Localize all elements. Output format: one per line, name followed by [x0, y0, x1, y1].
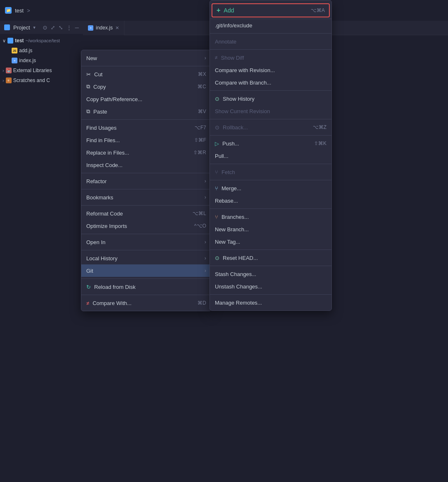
menu-item-push[interactable]: ▷ Push... ⇧⌘K	[210, 137, 331, 150]
find-usages-label: Find Usages	[86, 125, 117, 131]
tree-item-external-libs[interactable]: › 📚 External Libraries	[0, 65, 83, 75]
menu-item-new[interactable]: New ›	[81, 52, 211, 64]
optimize-label: Optimize Imports	[86, 223, 127, 229]
push-icon: ▷	[215, 140, 219, 147]
copy-path-label: Copy Path/Reference...	[86, 96, 142, 102]
git-divider-5	[210, 135, 331, 136]
project-panel-header: Project ▾ ⊙ ⤢ ⤡ ⋮ ─	[0, 21, 83, 34]
reset-icon: ⊙	[215, 255, 219, 261]
refactor-arrow: ›	[205, 178, 206, 184]
push-shortcut: ⇧⌘K	[314, 140, 326, 146]
menu-item-manage-remotes[interactable]: Manage Remotes...	[210, 296, 331, 309]
git-submenu: + Add ⌥⌘A .git/info/exclude Annotate ≠ S…	[209, 0, 332, 311]
rollback-icon: ⊙	[215, 124, 219, 131]
menu-item-refactor[interactable]: Refactor ›	[81, 175, 211, 187]
menu-item-copy-path[interactable]: Copy Path/Reference...	[81, 93, 211, 105]
find-usages-shortcut: ⌥F7	[195, 125, 206, 131]
menu-item-gitinfo[interactable]: .git/info/exclude	[210, 19, 331, 31]
menu-item-stash[interactable]: Stash Changes...	[210, 268, 331, 280]
reload-icon: ↻	[86, 284, 91, 290]
menu-item-reset-head[interactable]: ⊙ Reset HEAD...	[210, 252, 331, 264]
menu-item-paste[interactable]: ⧉ Paste ⌘V	[81, 105, 211, 118]
menu-item-copy[interactable]: ⧉ Copy ⌘C	[81, 80, 211, 93]
expand-icon[interactable]: ⤢	[51, 24, 55, 31]
menu-item-reformat[interactable]: Reformat Code ⌥⌘L	[81, 207, 211, 220]
folder-icon	[7, 38, 13, 44]
menu-item-add[interactable]: + Add ⌥⌘A	[212, 3, 330, 17]
tab-label: index.js	[96, 25, 113, 31]
menu-item-merge[interactable]: ⑂ Merge...	[210, 182, 331, 194]
unstash-label: Unstash Changes...	[215, 283, 262, 290]
compare-revision-label: Compare with Revision...	[215, 67, 275, 73]
stash-label: Stash Changes...	[215, 271, 256, 277]
menu-item-inspect[interactable]: Inspect Code...	[81, 159, 211, 171]
menu-item-find-usages[interactable]: Find Usages ⌥F7	[81, 121, 211, 134]
tab-close-icon[interactable]: ✕	[115, 25, 119, 31]
menu-item-compare-branch[interactable]: Compare with Branch...	[210, 76, 331, 89]
more-icon[interactable]: ⋮	[66, 24, 72, 31]
menu-item-git[interactable]: Git ›	[81, 264, 211, 277]
menu-item-cut[interactable]: ✂ Cut ⌘X	[81, 68, 211, 80]
menu-item-compare-revision[interactable]: Compare with Revision...	[210, 64, 331, 76]
git-divider-7	[210, 180, 331, 180]
git-arrow: ›	[205, 268, 206, 274]
menu-item-show-history[interactable]: ⊙ Show History	[210, 92, 331, 105]
lib-icon: 📚	[6, 68, 12, 73]
menu-item-rebase[interactable]: Rebase...	[210, 194, 331, 207]
menu-item-pull[interactable]: Pull...	[210, 150, 331, 162]
sidebar-panel: ∨ test ~/workspace/test JS add.js ≡ inde…	[0, 34, 83, 482]
copy-icon: ⧉	[86, 83, 90, 90]
menu-item-branches[interactable]: ⑂ Branches...	[210, 211, 331, 223]
menu-item-new-branch[interactable]: New Branch...	[210, 223, 331, 235]
refactor-label: Refactor	[86, 178, 107, 184]
project-name[interactable]: test	[15, 7, 24, 14]
tab-index-js[interactable]: ≡ index.js ✕	[83, 21, 124, 35]
git-divider-1	[210, 33, 331, 34]
menu-item-local-history[interactable]: Local History ›	[81, 252, 211, 264]
tree-item-add-js[interactable]: JS add.js	[0, 46, 83, 56]
menu-item-optimize[interactable]: Optimize Imports ^⌥O	[81, 220, 211, 232]
scratches-label: Scratches and C	[13, 78, 50, 83]
cut-shortcut: ⌘X	[198, 71, 206, 77]
new-arrow: ›	[205, 55, 206, 61]
divider-1	[81, 66, 211, 66]
dropdown-arrow[interactable]: ▾	[33, 25, 36, 30]
merge-label: Merge...	[222, 185, 241, 191]
git-divider-11	[210, 294, 331, 295]
bookmarks-label: Bookmarks	[86, 194, 113, 201]
add-plus-icon: +	[217, 7, 220, 14]
target-icon[interactable]: ⊙	[43, 24, 47, 31]
menu-item-find-files[interactable]: Find in Files... ⇧⌘F	[81, 134, 211, 146]
tree-item-index-js[interactable]: ≡ index.js	[0, 56, 83, 65]
tree-root[interactable]: ∨ test ~/workspace/test	[0, 36, 83, 46]
reset-head-label: Reset HEAD...	[223, 255, 258, 261]
inspect-label: Inspect Code...	[86, 162, 122, 168]
menu-item-new-tag[interactable]: New Tag...	[210, 235, 331, 248]
divider-3	[81, 173, 211, 173]
menu-item-unstash[interactable]: Unstash Changes...	[210, 280, 331, 293]
menu-item-show-current-revision: Show Current Revision	[210, 105, 331, 117]
tree-item-scratches[interactable]: › ≡ Scratches and C	[0, 75, 83, 85]
gitinfo-label: .git/info/exclude	[215, 22, 252, 29]
project-panel-title[interactable]: Project	[13, 24, 30, 31]
local-history-arrow: ›	[205, 255, 206, 261]
show-diff-label: Show Diff	[221, 55, 244, 61]
collapse-icon[interactable]: ⤡	[58, 24, 63, 31]
menu-item-fetch: ⑂ Fetch	[210, 166, 331, 178]
menu-item-replace-files[interactable]: Replace in Files... ⇧⌘R	[81, 146, 211, 159]
menu-item-open-in[interactable]: Open In ›	[81, 236, 211, 248]
optimize-shortcut: ^⌥O	[194, 223, 206, 229]
copy-label: Copy	[93, 84, 106, 90]
divider-5	[81, 205, 211, 206]
minimize-icon[interactable]: ─	[75, 24, 79, 31]
fetch-icon: ⑂	[215, 169, 218, 175]
menu-item-compare-with[interactable]: ≠ Compare With... ⌘D	[81, 297, 211, 309]
reload-label: Reload from Disk	[94, 284, 136, 290]
menu-item-bookmarks[interactable]: Bookmarks ›	[81, 191, 211, 203]
bookmarks-arrow: ›	[205, 194, 206, 200]
annotate-label: Annotate	[215, 39, 236, 45]
divider-9	[81, 295, 211, 295]
divider-4	[81, 189, 211, 189]
menu-item-reload[interactable]: ↻ Reload from Disk	[81, 281, 211, 293]
file-label-index-js: index.js	[19, 58, 36, 63]
